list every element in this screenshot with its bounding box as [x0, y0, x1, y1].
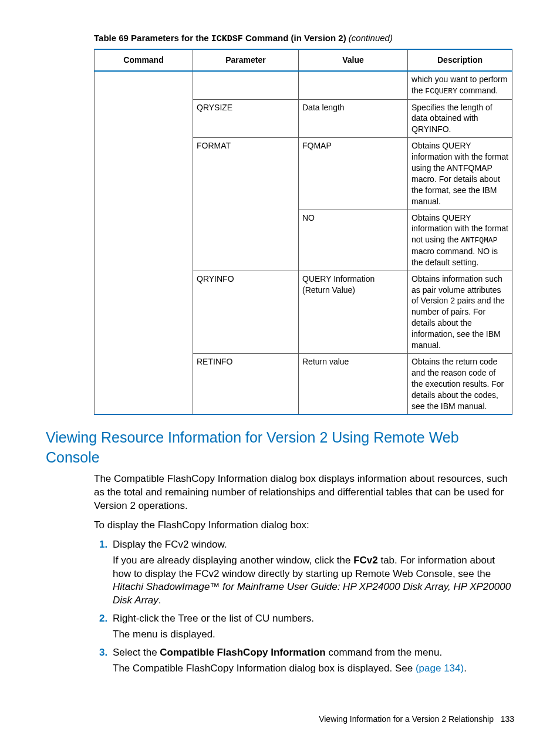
- text: If you are already displaying another wi…: [113, 555, 353, 566]
- body-paragraph: The Compatible FlashCopy Information dia…: [94, 472, 514, 513]
- desc-pre: Obtains information such as pair volume …: [411, 274, 505, 350]
- cell-description: which you want to perform the FCQUERY co…: [408, 71, 512, 99]
- steps-list: Display the FCv2 window. If you are alre…: [94, 538, 514, 676]
- cell-value: QUERY Information (Return Value): [299, 271, 408, 353]
- caption-prefix: Table 69 Parameters for the: [94, 33, 211, 43]
- footer-page-number: 133: [501, 714, 514, 724]
- desc-post: command.: [457, 86, 498, 95]
- caption-code: ICKDSF: [211, 34, 243, 44]
- bold-text: Compatible FlashCopy Information: [160, 647, 325, 658]
- step-paragraph: The Compatible FlashCopy Information dia…: [113, 662, 514, 676]
- parameters-table: Command Parameter Value Description whic…: [94, 49, 512, 415]
- desc-pre: Obtains the return code and the reason c…: [411, 357, 504, 411]
- cell-description: Obtains QUERY information with the forma…: [408, 210, 512, 271]
- cell-description: Obtains the return code and the reason c…: [408, 353, 512, 414]
- desc-code: ANTFQMAP: [461, 236, 497, 245]
- cell-description: Obtains QUERY information with the forma…: [408, 138, 512, 210]
- text: .: [464, 663, 467, 674]
- bold-text: FCv2: [353, 555, 378, 566]
- desc-code: FCQUERY: [425, 87, 457, 96]
- table-header-row: Command Parameter Value Description: [95, 49, 512, 71]
- text: The Compatible FlashCopy Information dia…: [113, 663, 416, 674]
- desc-pre: Specifies the length of data obtained wi…: [411, 103, 492, 134]
- italic-citation: Hitachi ShadowImage™ for Mainframe User …: [113, 581, 511, 606]
- caption-suffix: Command (in Version 2): [243, 33, 349, 43]
- text: .: [158, 595, 161, 606]
- step-text: Right-click the Tree or the list of CU n…: [113, 613, 314, 624]
- body-paragraph: To display the FlashCopy Information dia…: [94, 519, 514, 532]
- cell-value: FQMAP: [299, 138, 408, 210]
- footer-text: Viewing Information for a Version 2 Rela…: [319, 714, 494, 724]
- th-description: Description: [408, 49, 512, 71]
- step-2: Right-click the Tree or the list of CU n…: [110, 612, 514, 642]
- cell-value: NO: [299, 210, 408, 271]
- cell-parameter: RETINFO: [193, 353, 299, 414]
- desc-pre: Obtains QUERY information with the forma…: [411, 141, 508, 205]
- step-paragraph: If you are already displaying another wi…: [113, 554, 514, 608]
- th-parameter: Parameter: [193, 49, 299, 71]
- table-row: which you want to perform the FCQUERY co…: [95, 71, 512, 99]
- cell-command: [95, 71, 193, 414]
- section-heading: Viewing Resource Information for Version…: [46, 428, 514, 468]
- page-footer: Viewing Information for a Version 2 Rela…: [319, 714, 514, 725]
- cell-parameter: QRYINFO: [193, 271, 299, 353]
- text: Select the: [113, 647, 160, 658]
- cell-parameter: [193, 71, 299, 99]
- desc-post: macro command. NO is the default setting…: [411, 247, 498, 267]
- th-value: Value: [299, 49, 408, 71]
- cell-value: Return value: [299, 353, 408, 414]
- cell-description: Specifies the length of data obtained wi…: [408, 99, 512, 138]
- page-link[interactable]: (page 134): [416, 663, 464, 674]
- text: command from the menu.: [326, 647, 442, 658]
- cell-parameter: FORMAT: [193, 138, 299, 271]
- step-paragraph: The menu is displayed.: [113, 628, 514, 642]
- cell-description: Obtains information such as pair volume …: [408, 271, 512, 353]
- cell-value: [299, 71, 408, 99]
- step-3: Select the Compatible FlashCopy Informat…: [110, 646, 514, 676]
- cell-value: Data length: [299, 99, 408, 138]
- table-caption: Table 69 Parameters for the ICKDSF Comma…: [94, 32, 514, 45]
- th-command: Command: [95, 49, 193, 71]
- step-1: Display the FCv2 window. If you are alre…: [110, 538, 514, 608]
- step-text: Display the FCv2 window.: [113, 539, 227, 550]
- cell-parameter: QRYSIZE: [193, 99, 299, 138]
- caption-tail: (continued): [349, 33, 393, 43]
